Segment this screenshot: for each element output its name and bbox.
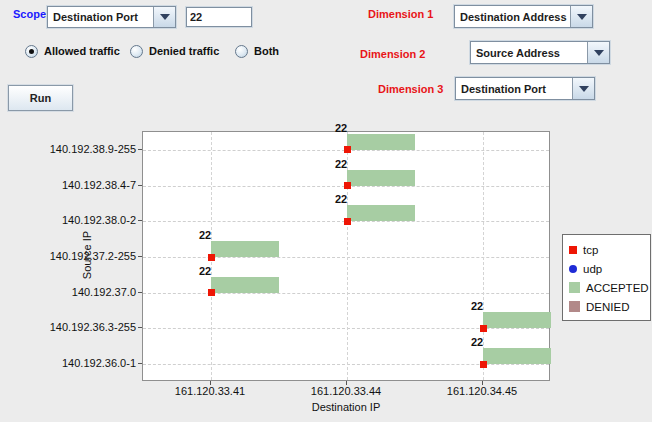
- tcp-point-marker: [480, 361, 487, 368]
- legend-item-label: DENIED: [586, 301, 629, 313]
- y-tick-mark: [138, 327, 142, 328]
- port-label: 22: [335, 123, 347, 134]
- accepted-range-bar: [347, 170, 415, 186]
- x-axis-tick-label: 161.120.34.45: [432, 385, 532, 397]
- tcp-point-marker: [480, 325, 487, 332]
- y-tick-mark: [138, 220, 142, 221]
- legend-item: ACCEPTED: [569, 278, 644, 297]
- legend-item: tcp: [569, 240, 644, 259]
- tcp-point-marker: [208, 254, 215, 261]
- legend-item-label: ACCEPTED: [586, 282, 649, 294]
- legend-item-label: tcp: [583, 244, 598, 256]
- legend-item: DENIED: [569, 297, 644, 316]
- firewall-query-tool-window: { "controls": { "scope": { "label": "Sco…: [0, 0, 652, 422]
- y-axis-tick-label: 140.192.37.2-255: [0, 250, 136, 262]
- port-label: 22: [199, 230, 211, 241]
- accepted-range-bar: [347, 205, 415, 221]
- y-tick-mark: [138, 149, 142, 150]
- y-axis-tick-label: 140.192.37.0: [0, 286, 136, 298]
- y-tick-mark: [138, 185, 142, 186]
- h-gridline: [143, 293, 549, 294]
- y-tick-mark: [138, 363, 142, 364]
- y-axis-tick-label: 140.192.38.9-255: [0, 143, 136, 155]
- DENIED-legend-swatch-icon: [569, 301, 580, 312]
- x-axis-tick-label: 161.120.33.44: [296, 385, 396, 397]
- accepted-range-bar: [483, 348, 551, 364]
- y-tick-mark: [138, 292, 142, 293]
- legend-item-label: udp: [583, 263, 602, 275]
- udp-legend-swatch-icon: [569, 265, 577, 273]
- x-axis-tick-label: 161.120.33.41: [160, 385, 260, 397]
- chart-legend: tcpudpACCEPTEDDENIED: [562, 234, 651, 321]
- x-axis-title: Destination IP: [142, 401, 550, 413]
- legend-item: udp: [569, 259, 644, 278]
- h-gridline: [143, 328, 549, 329]
- y-axis-tick-label: 140.192.38.4-7: [0, 179, 136, 191]
- y-axis-tick-label: 140.192.36.3-255: [0, 321, 136, 333]
- tcp-legend-swatch-icon: [569, 246, 577, 254]
- accepted-range-bar: [347, 134, 415, 150]
- port-label: 22: [471, 301, 483, 312]
- port-label: 22: [335, 159, 347, 170]
- plot-area: 22222222222222: [142, 131, 550, 381]
- tcp-point-marker: [344, 146, 351, 153]
- tcp-point-marker: [208, 289, 215, 296]
- y-tick-mark: [138, 256, 142, 257]
- tcp-point-marker: [344, 218, 351, 225]
- port-label: 22: [335, 194, 347, 205]
- traffic-chart: 22222222222222 Destination IP Source IP …: [0, 0, 652, 422]
- ACCEPTED-legend-swatch-icon: [569, 282, 580, 293]
- accepted-range-bar: [211, 241, 279, 257]
- tcp-point-marker: [344, 182, 351, 189]
- accepted-range-bar: [211, 277, 279, 293]
- y-axis-tick-label: 140.192.38.0-2: [0, 214, 136, 226]
- port-label: 22: [471, 337, 483, 348]
- h-gridline: [143, 257, 549, 258]
- h-gridline: [143, 364, 549, 365]
- accepted-range-bar: [483, 312, 551, 328]
- y-axis-tick-label: 140.192.36.0-1: [0, 357, 136, 369]
- port-label: 22: [199, 266, 211, 277]
